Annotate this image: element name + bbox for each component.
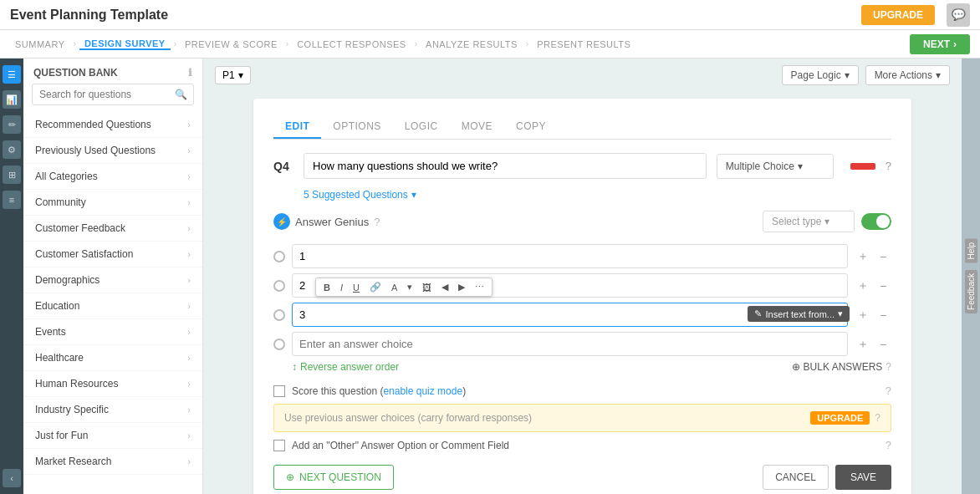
question-row: Q4 Multiple Choice ▾ ?: [273, 153, 891, 179]
more-actions-button[interactable]: More Actions ▾: [865, 65, 950, 85]
sidebar-info-icon[interactable]: ℹ: [188, 67, 192, 79]
icon-bar-logic[interactable]: ⚙: [3, 140, 21, 159]
next-question-button[interactable]: ⊕ NEXT QUESTION: [273, 465, 394, 490]
add-answer-1-button[interactable]: ＋: [855, 248, 871, 265]
sidebar-item-events[interactable]: Events ›: [23, 319, 202, 345]
chevron-right-icon: ›: [187, 456, 191, 466]
tab-options[interactable]: OPTIONS: [321, 115, 393, 139]
question-help-icon[interactable]: ?: [886, 160, 891, 172]
cancel-button[interactable]: CANCEL: [763, 465, 829, 490]
sidebar-item-human-resources[interactable]: Human Resources ›: [23, 371, 202, 397]
sidebar-item-recommended[interactable]: Recommended Questions ›: [23, 112, 202, 138]
next-button[interactable]: NEXT ›: [910, 34, 970, 54]
remove-answer-1-button[interactable]: −: [875, 248, 891, 265]
sidebar-item-demographics[interactable]: Demographics ›: [23, 267, 202, 293]
answer-icons-1: ＋ −: [855, 248, 891, 265]
format-underline-button[interactable]: U: [349, 281, 364, 294]
radio-4[interactable]: [273, 339, 285, 350]
answer-genius-icon: ⚡: [273, 213, 290, 230]
icon-bar-bottom[interactable]: ‹: [3, 469, 21, 487]
sidebar-item-customer-feedback[interactable]: Customer Feedback ›: [23, 216, 202, 242]
format-back-button[interactable]: ◀: [437, 280, 452, 294]
upgrade-badge[interactable]: UPGRADE: [810, 411, 870, 425]
answer-genius-toggle[interactable]: [861, 213, 891, 230]
icon-bar-chart[interactable]: 📊: [3, 90, 21, 109]
format-link-button[interactable]: 🔗: [365, 280, 385, 294]
sidebar-item-just-for-fun[interactable]: Just for Fun ›: [23, 423, 202, 449]
insert-icon: ✎: [754, 308, 762, 319]
page-logic-button[interactable]: Page Logic ▾: [782, 65, 859, 85]
sidebar-item-customer-satisfaction[interactable]: Customer Satisfaction ›: [23, 242, 202, 267]
answer-genius-help-icon[interactable]: ?: [374, 216, 380, 228]
nav-present-results[interactable]: PRESENT RESULTS: [532, 39, 635, 49]
tab-copy[interactable]: COPY: [504, 115, 558, 139]
remove-answer-4-button[interactable]: −: [875, 336, 891, 353]
nav-preview-score[interactable]: PREVIEW & SCORE: [180, 39, 283, 49]
sidebar-item-community[interactable]: Community ›: [23, 190, 202, 216]
add-answer-3-button[interactable]: ＋: [855, 307, 871, 323]
tab-logic[interactable]: LOGIC: [393, 115, 450, 139]
enable-quiz-link[interactable]: enable quiz mode: [383, 385, 462, 397]
remove-answer-3-button[interactable]: −: [875, 307, 891, 323]
feedback-button[interactable]: Feedback: [965, 270, 977, 313]
sidebar-item-market-research[interactable]: Market Research ›: [23, 449, 202, 475]
suggested-questions[interactable]: 5 Suggested Questions ▾: [273, 189, 891, 201]
nav-collect-responses[interactable]: COLLECT RESPONSES: [292, 39, 411, 49]
sidebar-search[interactable]: 🔍: [32, 84, 194, 105]
reverse-answer-button[interactable]: ↕ Reverse answer order: [292, 361, 399, 373]
tab-move[interactable]: MOVE: [450, 115, 504, 139]
tab-edit[interactable]: EDIT: [273, 115, 321, 139]
sidebar-item-previously-used[interactable]: Previously Used Questions ›: [23, 138, 202, 164]
type-dropdown-icon: ▾: [798, 160, 803, 172]
question-text-input[interactable]: [304, 153, 707, 179]
nav-summary[interactable]: SUMMARY: [10, 39, 70, 49]
answer-input-4[interactable]: [292, 332, 848, 356]
search-input[interactable]: [32, 84, 194, 105]
format-bold-button[interactable]: B: [319, 281, 334, 294]
score-help-icon[interactable]: ?: [886, 385, 891, 397]
icon-bar-survey[interactable]: ☰: [3, 65, 21, 84]
format-forward-button[interactable]: ▶: [454, 280, 469, 294]
icon-bar-list[interactable]: ≡: [3, 191, 21, 209]
format-color-dropdown-button[interactable]: ▾: [403, 280, 416, 294]
bulk-answers-button[interactable]: ⊕ BULK ANSWERS ?: [792, 361, 891, 373]
save-button[interactable]: SAVE: [835, 465, 891, 490]
insert-text-tooltip[interactable]: ✎ Insert text from... ▾: [748, 306, 850, 322]
sidebar-item-education[interactable]: Education ›: [23, 293, 202, 319]
format-more-button[interactable]: ⋯: [471, 280, 488, 294]
format-italic-button[interactable]: I: [336, 281, 347, 294]
nav-arrow-5: ›: [526, 39, 528, 48]
sidebar-item-all-categories[interactable]: All Categories ›: [23, 164, 202, 190]
add-answer-4-button[interactable]: ＋: [855, 336, 871, 353]
suggested-questions-label: 5 Suggested Questions: [304, 189, 408, 201]
icon-bar-pencil[interactable]: ✏: [3, 115, 21, 134]
bulk-answers-plus-icon: ⊕: [792, 361, 800, 373]
upgrade-help-icon[interactable]: ?: [875, 412, 880, 424]
nav-analyze-results[interactable]: ANALYZE RESULTS: [421, 39, 523, 49]
answer-genius-type-selector[interactable]: Select type ▾: [763, 211, 855, 232]
other-help-icon[interactable]: ?: [886, 439, 891, 451]
radio-1[interactable]: [273, 251, 285, 262]
page-selector[interactable]: P1 ▾: [215, 66, 251, 84]
icon-bar-layout[interactable]: ⊞: [3, 166, 21, 184]
answer-icons-3: ＋ −: [855, 307, 891, 323]
answer-input-1[interactable]: [292, 244, 848, 268]
add-answer-2-button[interactable]: ＋: [855, 278, 871, 294]
upgrade-row: Use previous answer choices (carry forwa…: [273, 404, 891, 432]
required-indicator: [850, 163, 875, 170]
feedback-top-button[interactable]: 💬: [947, 3, 970, 27]
format-image-button[interactable]: 🖼: [418, 281, 436, 294]
question-type-selector[interactable]: Multiple Choice ▾: [717, 154, 834, 179]
sidebar-item-industry-specific[interactable]: Industry Specific ›: [23, 397, 202, 423]
remove-answer-2-button[interactable]: −: [875, 278, 891, 294]
radio-2[interactable]: [273, 280, 285, 292]
radio-3[interactable]: [273, 309, 285, 321]
format-color-button[interactable]: A: [387, 281, 401, 294]
bulk-answers-help-icon[interactable]: ?: [886, 361, 891, 373]
other-checkbox[interactable]: [273, 440, 285, 451]
upgrade-button[interactable]: UPGRADE: [861, 5, 935, 25]
score-checkbox[interactable]: [273, 385, 285, 397]
nav-design-survey[interactable]: DESIGN SURVEY: [79, 38, 171, 50]
sidebar-item-healthcare[interactable]: Healthcare ›: [23, 345, 202, 371]
help-feedback-button[interactable]: Help: [965, 239, 977, 263]
